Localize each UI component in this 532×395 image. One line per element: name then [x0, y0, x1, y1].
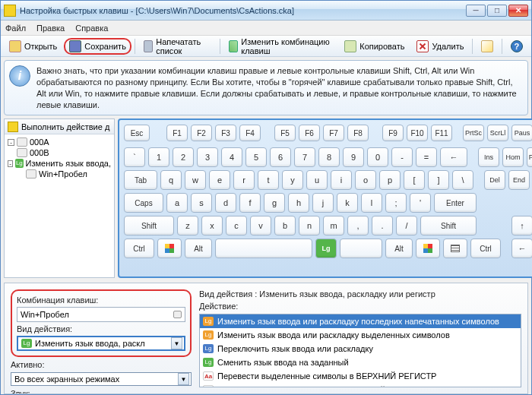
- key-win[interactable]: [157, 239, 182, 258]
- hotkey-field[interactable]: [17, 307, 185, 322]
- list-item[interactable]: LgИзменить язык ввода или раскладку посл…: [200, 314, 521, 328]
- titlebar[interactable]: Настройка быстрых клавиш - [C:\Users\Win…: [1, 1, 531, 21]
- key-char[interactable]: y: [282, 170, 303, 190]
- key-f[interactable]: F9: [382, 125, 404, 141]
- key-char[interactable]: 9: [343, 147, 364, 167]
- key-char[interactable]: f: [239, 193, 261, 213]
- key-char[interactable]: e: [209, 170, 230, 190]
- key-char[interactable]: o: [355, 170, 376, 190]
- action-type-combo[interactable]: Lg Изменить язык ввода, раскл ▼: [17, 336, 185, 351]
- list-item[interactable]: AaПеревести выделенные символы в нижний …: [200, 383, 521, 387]
- key-f[interactable]: F6: [299, 125, 320, 141]
- key-enter[interactable]: Enter: [434, 193, 477, 213]
- hotkey-input[interactable]: [21, 310, 173, 319]
- key-char[interactable]: i: [331, 170, 352, 190]
- key-char[interactable]: ': [410, 193, 431, 213]
- collapse-icon[interactable]: -: [8, 160, 13, 167]
- key-char[interactable]: c: [226, 216, 247, 235]
- key-f[interactable]: F4: [239, 125, 261, 141]
- key-space[interactable]: [340, 239, 382, 258]
- key-char[interactable]: s: [191, 193, 212, 213]
- key-scrl[interactable]: ScrLl: [487, 125, 508, 141]
- list-item[interactable]: LgИзменить язык ввода или раскладку выде…: [200, 328, 521, 342]
- key-f[interactable]: F10: [407, 125, 428, 141]
- key-f[interactable]: F2: [191, 125, 212, 141]
- key-char[interactable]: ]: [428, 170, 449, 190]
- key-menu[interactable]: [443, 239, 467, 258]
- key-ctrl[interactable]: Ctrl: [470, 239, 501, 258]
- tree-node[interactable]: -LgИзменить язык ввода,: [6, 158, 112, 169]
- key-f[interactable]: F7: [323, 125, 344, 141]
- key-f[interactable]: F5: [274, 125, 296, 141]
- key-char[interactable]: 1: [148, 147, 169, 167]
- tree-node[interactable]: Win+Пробел: [6, 169, 112, 179]
- menu-file[interactable]: Файл: [5, 24, 26, 33]
- chevron-down-icon[interactable]: ▼: [178, 373, 189, 385]
- key-ins[interactable]: Ins: [478, 147, 499, 167]
- key-f[interactable]: F8: [347, 125, 369, 141]
- tree-node[interactable]: -000A: [6, 137, 112, 147]
- key-char[interactable]: k: [337, 193, 358, 213]
- key-char[interactable]: ←: [440, 147, 467, 167]
- key-char[interactable]: r: [233, 170, 255, 190]
- key-alt[interactable]: Alt: [385, 239, 413, 258]
- print-button[interactable]: Напечатать список: [138, 38, 217, 55]
- key-char[interactable]: .: [372, 216, 393, 235]
- key-home[interactable]: Hom: [502, 147, 524, 167]
- list-item[interactable]: AaПеревести выделенные символы в ВЕРХНИЙ…: [200, 369, 521, 383]
- key-char[interactable]: x: [201, 216, 223, 235]
- key-char[interactable]: h: [288, 193, 309, 213]
- key-char[interactable]: q: [160, 170, 182, 190]
- key-char[interactable]: 7: [294, 147, 315, 167]
- key-char[interactable]: d: [215, 193, 236, 213]
- key-end[interactable]: End: [508, 170, 530, 190]
- key-pgup[interactable]: PgUp: [527, 147, 532, 167]
- key-alt[interactable]: Alt: [185, 239, 212, 258]
- list-item[interactable]: LgСменить язык ввода на заданный: [200, 356, 521, 369]
- key-tab[interactable]: Tab: [124, 170, 157, 190]
- key-shift[interactable]: Shift: [124, 216, 174, 235]
- key-char[interactable]: v: [250, 216, 271, 235]
- key-paus[interactable]: Paus: [511, 125, 532, 141]
- key-char[interactable]: 3: [197, 147, 218, 167]
- close-button[interactable]: ✕: [508, 5, 528, 17]
- save-button[interactable]: Сохранить: [64, 38, 131, 55]
- key-char[interactable]: 8: [318, 147, 340, 167]
- key-char[interactable]: /: [396, 216, 417, 235]
- key-char[interactable]: 6: [270, 147, 291, 167]
- key-f[interactable]: F3: [215, 125, 236, 141]
- help-button[interactable]: ?: [505, 38, 528, 55]
- key-char[interactable]: z: [177, 216, 198, 235]
- key-char[interactable]: ,: [347, 216, 369, 235]
- key-caps[interactable]: Caps: [124, 193, 163, 213]
- list-item[interactable]: LgПереключить язык ввода или раскладку: [200, 342, 521, 356]
- action-list[interactable]: LgИзменить язык ввода или раскладку посл…: [199, 314, 521, 387]
- key-prtsc[interactable]: PrtSc: [463, 125, 484, 141]
- key-char[interactable]: 5: [245, 147, 267, 167]
- wand-button[interactable]: [476, 38, 499, 55]
- key-char[interactable]: a: [166, 193, 188, 213]
- key-char[interactable]: \: [452, 170, 473, 190]
- key-char[interactable]: l: [361, 193, 382, 213]
- key-char[interactable]: w: [185, 170, 206, 190]
- keyboard-icon[interactable]: [173, 311, 182, 318]
- menu-help[interactable]: Справка: [75, 24, 108, 33]
- key-f[interactable]: F1: [166, 125, 188, 141]
- edit-combo-button[interactable]: Изменить комбинацию клавиш: [223, 38, 338, 55]
- key-char[interactable]: 0: [367, 147, 388, 167]
- key-ctrl[interactable]: Ctrl: [124, 239, 154, 258]
- copy-button[interactable]: Копировать: [339, 38, 410, 55]
- key-char[interactable]: u: [306, 170, 328, 190]
- key-char[interactable]: m: [323, 216, 344, 235]
- key-char[interactable]: b: [274, 216, 296, 235]
- key-del[interactable]: Del: [484, 170, 505, 190]
- key-space[interactable]: [215, 239, 312, 258]
- minimize-button[interactable]: ─: [466, 5, 486, 17]
- key-char[interactable]: -: [391, 147, 413, 167]
- key-char[interactable]: `: [124, 147, 145, 167]
- key-char[interactable]: 2: [173, 147, 194, 167]
- key-char[interactable]: p: [379, 170, 401, 190]
- menu-edit[interactable]: Правка: [36, 24, 65, 33]
- chevron-down-icon[interactable]: ▼: [171, 337, 182, 349]
- key-shift[interactable]: Shift: [420, 216, 477, 235]
